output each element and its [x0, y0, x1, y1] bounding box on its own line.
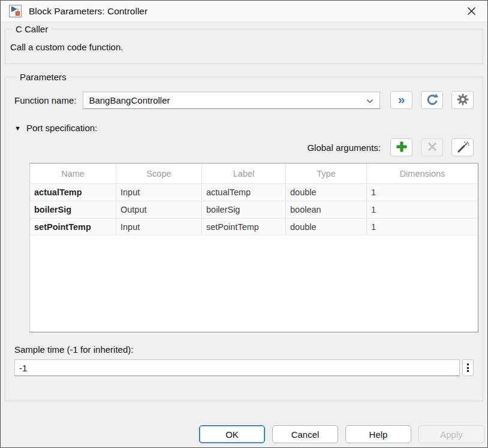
parameters-group-label: Parameters: [17, 72, 70, 82]
cell-scope[interactable]: Input: [116, 219, 202, 235]
window-title: Block Parameters: Controller: [29, 6, 147, 17]
block-description: Call a custom code function.: [10, 42, 478, 52]
gear-icon: [457, 93, 469, 107]
auto-fill-button[interactable]: [451, 138, 474, 156]
double-chevron-icon: »: [398, 93, 405, 105]
sample-time-label: Sample time (-1 for inherited):: [14, 344, 474, 355]
table-header-row: Name Scope Label Type Dimensions: [30, 164, 478, 183]
cell-scope[interactable]: Input: [116, 184, 202, 201]
table-row[interactable]: boilerSig Output boilerSig boolean 1: [30, 201, 478, 218]
function-name-label: Function name:: [14, 95, 76, 105]
column-header-name[interactable]: Name: [30, 164, 116, 183]
chevron-down-icon: [366, 95, 373, 105]
x-icon: [426, 141, 438, 155]
triangle-down-icon: ▼: [14, 125, 21, 132]
add-argument-button[interactable]: [390, 138, 412, 156]
function-name-value: BangBangController: [89, 95, 170, 105]
cell-label[interactable]: boilerSig: [202, 201, 286, 218]
magic-wand-icon: [456, 140, 469, 155]
cell-type[interactable]: double: [286, 184, 367, 201]
cell-name[interactable]: setPointTemp: [30, 219, 116, 235]
sample-time-input[interactable]: [14, 359, 460, 376]
port-specification-toggle[interactable]: ▼ Port specification:: [14, 123, 474, 133]
global-arguments-row: Global arguments:: [14, 138, 474, 156]
cell-label[interactable]: setPointTemp: [202, 219, 286, 235]
title-bar: Block Parameters: Controller: [1, 1, 487, 22]
port-specification-table[interactable]: Name Scope Label Type Dimensions actualT…: [29, 163, 478, 332]
port-specification-label: Port specification:: [26, 123, 97, 133]
cell-scope[interactable]: Output: [116, 201, 202, 218]
apply-button[interactable]: Apply: [418, 425, 484, 443]
refresh-button[interactable]: [421, 91, 443, 109]
expand-source-button[interactable]: »: [390, 91, 412, 109]
block-type-group: C Caller Call a custom code function.: [5, 24, 483, 64]
column-header-type[interactable]: Type: [286, 164, 367, 183]
help-button[interactable]: Help: [345, 425, 411, 443]
dialog-footer: OK Cancel Help Apply: [1, 401, 487, 447]
close-icon[interactable]: [462, 2, 480, 20]
sample-time-row: [14, 359, 474, 376]
block-type-title: C Caller: [13, 24, 51, 34]
cell-type[interactable]: boolean: [286, 201, 367, 218]
cell-name[interactable]: boilerSig: [30, 201, 116, 218]
parameters-group: Parameters Function name: BangBangContro…: [5, 72, 483, 401]
block-parameters-dialog: Block Parameters: Controller C Caller Ca…: [0, 0, 488, 448]
ok-button[interactable]: OK: [199, 425, 265, 443]
column-header-label[interactable]: Label: [202, 164, 286, 183]
remove-argument-button[interactable]: [421, 138, 443, 156]
function-name-combobox[interactable]: BangBangController: [83, 92, 380, 109]
table-row[interactable]: actualTemp Input actualTemp double 1: [30, 183, 478, 201]
simulink-block-icon: [9, 5, 22, 17]
cell-dimensions[interactable]: 1: [367, 184, 478, 201]
cell-dimensions[interactable]: 1: [367, 201, 478, 218]
sample-time-options-button[interactable]: [462, 359, 474, 376]
function-name-row: Function name: BangBangController »: [14, 91, 474, 109]
cell-name[interactable]: actualTemp: [30, 184, 116, 201]
cell-dimensions[interactable]: 1: [367, 219, 478, 235]
column-header-dimensions[interactable]: Dimensions: [367, 164, 478, 183]
cell-label[interactable]: actualTemp: [202, 184, 286, 201]
column-header-scope[interactable]: Scope: [116, 164, 202, 183]
table-row[interactable]: setPointTemp Input setPointTemp double 1: [30, 218, 478, 235]
settings-button[interactable]: [451, 91, 474, 109]
refresh-icon: [426, 93, 439, 108]
kebab-icon: [467, 364, 469, 372]
global-arguments-label: Global arguments:: [307, 143, 381, 153]
cell-type[interactable]: double: [286, 219, 367, 235]
cancel-button[interactable]: Cancel: [272, 425, 338, 443]
plus-icon: [395, 140, 408, 155]
